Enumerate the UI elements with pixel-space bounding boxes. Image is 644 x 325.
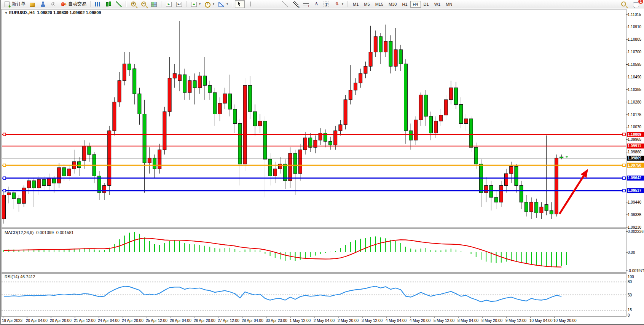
arrows-tool-button[interactable]: ⇅▾ (332, 0, 345, 8)
toolbar-separator (90, 1, 91, 7)
candlestick (37, 180, 41, 188)
cursor-tool-button[interactable] (235, 0, 245, 8)
label-tool-button[interactable]: T (322, 0, 332, 8)
candlestick (198, 76, 201, 88)
candlestick (208, 85, 212, 92)
accounts-button[interactable] (38, 0, 48, 8)
trendline-tool-button[interactable] (281, 0, 290, 8)
channel-tool-button[interactable]: E (291, 0, 301, 8)
chart-profile-button[interactable] (28, 0, 38, 8)
symbol-dropdown-icon[interactable]: ▼ (5, 11, 8, 15)
timeframe-M15[interactable]: M15 (373, 1, 386, 8)
equidistant-channel-icon: E (293, 1, 299, 7)
crosshair-tool-button[interactable] (245, 0, 255, 8)
support-line-2-handle[interactable] (3, 189, 6, 192)
periods-button[interactable]: ▾ (203, 0, 216, 8)
text-tool-icon: A (313, 1, 319, 7)
candlestick (67, 169, 71, 176)
text-tool-button[interactable]: A (311, 0, 321, 8)
candlestick (550, 210, 553, 214)
timeframe-MN[interactable]: MN (443, 1, 455, 8)
signals-button[interactable] (48, 0, 58, 8)
price-tick-label: 1.09965 (628, 137, 642, 142)
timeframe-M5[interactable]: M5 (361, 1, 372, 8)
timeframe-bar: M1M5M15M30H1H4D1W1MN (350, 0, 455, 8)
candlestick (113, 102, 116, 131)
pivot-line-handle[interactable] (3, 164, 6, 167)
timeframe-M1[interactable]: M1 (350, 1, 361, 8)
search-button[interactable] (619, 0, 629, 8)
line-chart-button[interactable] (114, 0, 124, 8)
chat-bubble-icon (633, 2, 639, 7)
toolbar-separator (347, 1, 348, 7)
time-axis-label: 4 May 20:00 (410, 319, 430, 323)
fibonacci-tool-button[interactable]: F (301, 0, 311, 8)
auto-trading-icon (61, 1, 67, 7)
auto-scroll-button[interactable] (164, 0, 174, 8)
price-tick-label: 1.11015 (628, 13, 641, 17)
time-axis-label: 5 May 12:00 (434, 319, 454, 323)
time-axis-label: 8 May 04:00 (457, 319, 478, 323)
horizontal-line-tool-button[interactable] (270, 0, 280, 8)
candlestick (128, 64, 131, 70)
bar-chart-button[interactable] (93, 0, 103, 8)
candlestick (173, 73, 176, 78)
candlestick (178, 75, 182, 81)
new-order-button[interactable]: 新订单 (2, 0, 27, 8)
candlestick (163, 112, 166, 150)
candlestick (123, 64, 126, 81)
candlestick (42, 180, 46, 186)
candlestick (248, 85, 252, 112)
tile-windows-icon (151, 2, 157, 7)
chart-ohlc-values: 1.09820 1.09839 1.09802 1.09809 (37, 10, 101, 15)
support-line-1-handle[interactable] (623, 177, 625, 179)
time-axis-label: 27 Apr 12:00 (218, 319, 239, 323)
timeframe-H1[interactable]: H1 (399, 1, 410, 8)
time-axis-label: 19 Apr 2023 (2, 319, 22, 323)
vertical-line-tool-button[interactable] (260, 0, 270, 8)
timeframe-M30[interactable]: M30 (386, 1, 399, 8)
candlestick (7, 193, 11, 195)
timeframe-W1[interactable]: W1 (432, 1, 443, 8)
chart-canvas[interactable]: 1.110151.109101.108051.107001.105951.104… (1, 0, 644, 325)
price-tick-label: 1.09440 (628, 200, 642, 204)
tile-windows-button[interactable] (149, 0, 159, 8)
candlestick (238, 124, 242, 164)
timeframe-H4[interactable]: H4 (410, 1, 421, 8)
templates-button[interactable]: ▾ (217, 0, 230, 8)
timeframe-D1[interactable]: D1 (421, 1, 432, 8)
auto-trading-button[interactable]: 自动交易 (59, 0, 88, 8)
candlestick (298, 150, 302, 174)
support-line-2-handle[interactable] (623, 189, 625, 192)
profile-icon (30, 3, 35, 7)
candlestick (469, 119, 473, 147)
resistance-line-1-handle[interactable] (623, 133, 625, 136)
candlestick (540, 207, 543, 213)
time-axis-label: 2 May 04:00 (314, 319, 335, 323)
candlestick (524, 202, 528, 212)
candlestick (12, 193, 16, 199)
candlestick (258, 121, 262, 126)
candlestick (138, 94, 141, 114)
chart-shift-button[interactable] (174, 0, 184, 8)
candlestick (414, 120, 418, 140)
candlestick (2, 195, 6, 219)
candlestick (53, 178, 56, 183)
candlestick (32, 181, 36, 188)
auto-trading-label: 自动交易 (68, 1, 86, 7)
rsi-scale-label: 0 (628, 313, 630, 317)
candlestick-chart-button[interactable] (104, 0, 113, 8)
candlestick (399, 49, 402, 64)
candlestick (560, 157, 563, 158)
pivot-line-handle[interactable] (623, 164, 625, 167)
candlestick (334, 131, 337, 145)
candlestick (530, 202, 533, 212)
candlestick (404, 64, 408, 131)
zoom-out-button[interactable]: − (139, 0, 149, 8)
zoom-in-button[interactable]: + (129, 0, 139, 8)
notifications-button[interactable]: 1 (631, 0, 641, 8)
candlestick (499, 185, 503, 202)
indicators-button[interactable]: ▾ (189, 0, 202, 8)
resistance-line-1-handle[interactable] (3, 133, 6, 136)
support-line-1-handle[interactable] (3, 177, 6, 179)
